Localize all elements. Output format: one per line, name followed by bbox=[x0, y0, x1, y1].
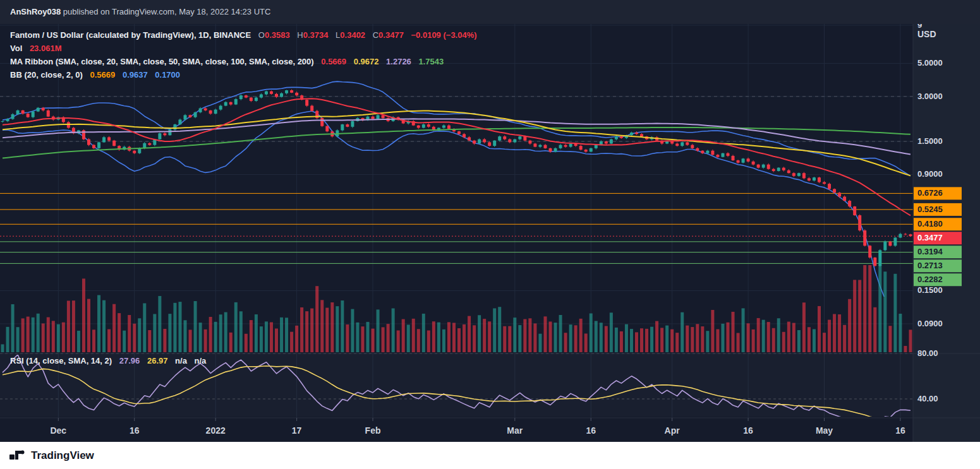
svg-text:0.6726: 0.6726 bbox=[917, 188, 943, 198]
svg-text:0.2282: 0.2282 bbox=[917, 275, 943, 284]
svg-text:16: 16 bbox=[895, 425, 905, 436]
svg-text:40.00: 40.00 bbox=[917, 394, 938, 403]
svg-text:0.0900: 0.0900 bbox=[917, 319, 943, 328]
chart-area: 95.00003.00001.50000.90000.15000.0900USD… bbox=[0, 24, 980, 442]
svg-text:2022: 2022 bbox=[206, 425, 226, 436]
svg-text:3.0000: 3.0000 bbox=[917, 92, 943, 101]
svg-text:16: 16 bbox=[743, 425, 753, 436]
publish-bar: AnShRoy038 published on TradingView.com,… bbox=[0, 0, 980, 24]
svg-text:Apr: Apr bbox=[665, 425, 681, 436]
svg-text:May: May bbox=[816, 425, 833, 436]
brand-name[interactable]: TradingView bbox=[31, 449, 94, 462]
svg-text:16: 16 bbox=[586, 425, 596, 436]
footer-bar: TradingView bbox=[0, 442, 980, 469]
svg-text:17: 17 bbox=[292, 425, 302, 436]
tradingview-logo[interactable] bbox=[9, 448, 25, 464]
svg-text:Dec: Dec bbox=[50, 425, 66, 436]
svg-text:0.1500: 0.1500 bbox=[917, 285, 943, 295]
svg-text:80.00: 80.00 bbox=[917, 348, 938, 358]
currency-label: USD bbox=[917, 29, 936, 39]
svg-text:Mar: Mar bbox=[507, 425, 523, 436]
svg-text:Feb: Feb bbox=[365, 425, 381, 436]
svg-text:0.2713: 0.2713 bbox=[917, 261, 943, 270]
svg-text:1.5000: 1.5000 bbox=[917, 136, 943, 146]
svg-text:16: 16 bbox=[130, 425, 140, 436]
publish-info: published on TradingView.com, May 18, 20… bbox=[61, 7, 270, 16]
publisher-username: AnShRoy038 bbox=[10, 7, 61, 16]
rsi-pane bbox=[0, 353, 913, 417]
svg-text:0.9000: 0.9000 bbox=[917, 169, 943, 179]
svg-text:0.4180: 0.4180 bbox=[917, 219, 943, 229]
svg-text:0.3194: 0.3194 bbox=[917, 247, 943, 256]
svg-text:0.5245: 0.5245 bbox=[917, 205, 943, 214]
svg-text:5.0000: 5.0000 bbox=[917, 58, 943, 68]
price-chart-canvas[interactable]: 95.00003.00001.50000.90000.15000.0900USD… bbox=[0, 24, 980, 442]
svg-text:0.3477: 0.3477 bbox=[917, 233, 943, 242]
